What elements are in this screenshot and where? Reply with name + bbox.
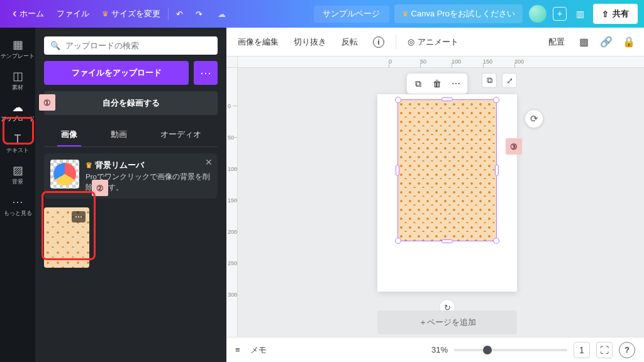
notes-button[interactable]: メモ	[247, 342, 270, 358]
background-icon: ▨	[13, 165, 23, 176]
rail-text[interactable]: T テキスト	[0, 128, 35, 160]
help-button[interactable]: ?	[619, 342, 635, 358]
chart-icon	[576, 9, 584, 19]
info-button[interactable]: i	[369, 34, 388, 50]
rail-more[interactable]: ⋯ もっと見る	[0, 191, 35, 222]
duplicate-button[interactable]: ⧉	[411, 76, 426, 91]
notes-icon: ≡	[235, 345, 240, 354]
rail-uploads[interactable]: ☁ アップロード	[0, 97, 35, 128]
asset-more-button[interactable]: ⋯	[72, 211, 86, 222]
canvas-page[interactable]	[377, 94, 517, 292]
home-label: ホーム	[19, 8, 44, 19]
page-list-button[interactable]: 1	[574, 342, 590, 358]
editor-footer: ≡ メモ 31% 1 ⛶ ?	[226, 337, 644, 362]
resize-edge-top[interactable]	[441, 97, 453, 101]
lock-button[interactable]: 🔒	[621, 35, 636, 50]
crown-icon: ♛	[86, 160, 92, 171]
text-icon: T	[14, 133, 21, 145]
file-menu[interactable]: ファイル	[50, 4, 96, 23]
try-pro-button[interactable]: ♛ Canva Proをお試しください	[394, 4, 523, 23]
resize-handle-tr[interactable]	[493, 97, 499, 103]
page-duplicate-button[interactable]: ⧉	[482, 73, 497, 88]
selection-more-button[interactable]: ⋯	[448, 76, 464, 91]
undo-icon	[176, 9, 183, 19]
selection-floating-toolbar: ⧉ 🗑 ⋯	[406, 73, 468, 94]
promo-thumb-icon	[50, 160, 79, 189]
add-page-button[interactable]: ＋ページを追加	[377, 310, 517, 334]
template-icon: ▦	[13, 39, 23, 50]
add-member-button[interactable]: ＋	[553, 7, 567, 21]
record-yourself-button[interactable]: 自分を録画する	[44, 91, 218, 115]
uploads-panel: 🔍 ファイルをアップロード ⋯ 自分を録画する 画像 動画 オーディオ ♛背景リ…	[35, 28, 226, 362]
link-button[interactable]: 🔗	[599, 35, 614, 50]
upload-search[interactable]: 🔍	[44, 36, 218, 55]
undo-button[interactable]	[170, 6, 189, 23]
resize-handle-tl[interactable]	[395, 97, 401, 103]
rail-templates[interactable]: ▦ テンプレート	[0, 34, 35, 65]
zoom-value: 31%	[431, 345, 448, 354]
upload-icon	[602, 9, 609, 19]
crop-button[interactable]: 切り抜き	[290, 34, 330, 50]
search-input[interactable]	[65, 41, 211, 50]
chevron-left-icon	[13, 9, 17, 19]
ruler-vertical: 0 50 100 150 200 250 300	[226, 68, 238, 337]
crown-icon: ♛	[102, 9, 109, 18]
separator	[168, 8, 169, 20]
upload-more-button[interactable]: ⋯	[194, 61, 218, 85]
info-icon: i	[373, 36, 384, 48]
resize-button[interactable]: ♛ サイズを変更	[96, 4, 167, 23]
animate-icon: ◎	[408, 37, 414, 47]
back-home-button[interactable]: ホーム	[6, 4, 50, 23]
position-button[interactable]: 配置	[545, 34, 569, 50]
animate-button[interactable]: ◎ アニメート	[404, 34, 462, 50]
flip-button[interactable]: 反転	[338, 34, 362, 50]
bg-remover-promo[interactable]: ♛背景リムーバ Proでワンクリックで画像の背景を削除します。 ✕	[44, 153, 218, 199]
more-icon: ⋯	[12, 196, 23, 207]
context-toolbar: 画像を編集 切り抜き 反転 i ◎ アニメート 配置 ▩ 🔗 🔒	[226, 28, 644, 57]
transparency-button[interactable]: ▩	[576, 35, 591, 50]
page-wrapper: ⧉ 🗑 ⋯ ⧉ ⤢	[377, 94, 517, 292]
upload-file-button[interactable]: ファイルをアップロード	[44, 61, 189, 85]
page-settings-button[interactable]: ⤢	[502, 73, 517, 88]
insights-button[interactable]	[573, 7, 587, 21]
rail-background[interactable]: ▨ 背景	[0, 160, 35, 191]
edit-image-button[interactable]: 画像を編集	[234, 34, 282, 50]
share-button[interactable]: 共有	[593, 4, 638, 24]
separator	[396, 35, 396, 49]
crown-icon: ♛	[402, 9, 409, 18]
uploaded-image-thumb[interactable]: ⋯	[44, 207, 89, 268]
document-title-input[interactable]	[314, 6, 389, 23]
zoom-thumb[interactable]	[483, 346, 492, 354]
zoom-slider[interactable]	[454, 349, 567, 351]
ruler-corner	[226, 57, 238, 68]
cloud-sync-status[interactable]	[211, 6, 232, 23]
tab-images[interactable]: 画像	[57, 124, 81, 146]
resize-edge-left[interactable]	[396, 165, 399, 176]
promo-close-button[interactable]: ✕	[205, 157, 213, 167]
promo-description: Proでワンクリックで画像の背景を削除します。	[86, 172, 211, 192]
rotate-button[interactable]: ⟳	[525, 109, 543, 128]
cloud-upload-icon: ☁	[12, 102, 23, 113]
user-avatar[interactable]	[529, 5, 547, 23]
rail-elements[interactable]: ◫ 素材	[0, 65, 35, 97]
workspace[interactable]: 0 50 100 150 200 0 50 100 150 200 250 30…	[226, 57, 644, 337]
elements-icon: ◫	[13, 70, 23, 82]
selected-image[interactable]	[397, 99, 497, 241]
resize-edge-bottom[interactable]	[441, 239, 453, 243]
editor-area: 画像を編集 切り抜き 反転 i ◎ アニメート 配置 ▩ 🔗 🔒 0 50 10…	[226, 28, 644, 362]
left-rail: ▦ テンプレート ◫ 素材 ☁ アップロード T テキスト ▨ 背景 ⋯ もっと…	[0, 28, 35, 362]
upload-tabs: 画像 動画 オーディオ	[44, 124, 218, 147]
tab-audio[interactable]: オーディオ	[157, 124, 205, 146]
redo-button[interactable]	[189, 6, 209, 23]
search-icon: 🔍	[50, 41, 60, 50]
redo-icon	[196, 9, 203, 19]
resize-handle-bl[interactable]	[395, 238, 401, 244]
tab-videos[interactable]: 動画	[107, 124, 131, 146]
app-header: ホーム ファイル ♛ サイズを変更 ♛ Canva Proをお試しください ＋ …	[0, 0, 644, 28]
resize-edge-right[interactable]	[495, 165, 499, 176]
resize-handle-br[interactable]	[493, 238, 499, 244]
delete-button[interactable]: 🗑	[430, 76, 445, 91]
ruler-horizontal: 0 50 100 150 200	[238, 57, 644, 68]
fullscreen-button[interactable]: ⛶	[596, 342, 613, 358]
cloud-check-icon	[218, 9, 226, 19]
